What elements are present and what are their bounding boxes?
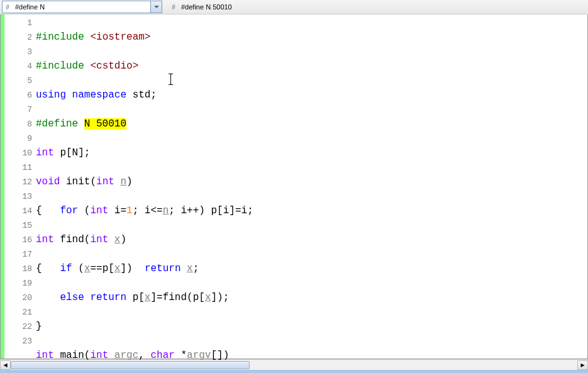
definition-field: # #define N 50010 (166, 1, 237, 13)
scrollbar-track[interactable] (11, 360, 577, 370)
line-number-gutter: 1234567891011121314151617181920212223 (4, 14, 36, 359)
editor: 1234567891011121314151617181920212223 #i… (0, 14, 588, 359)
scope-dropdown[interactable]: # #define N (2, 1, 162, 13)
definition-text: #define N 50010 (179, 3, 235, 11)
toolbar: # #define N # #define N 50010 (0, 0, 588, 14)
scope-dropdown-text: #define N (13, 3, 47, 11)
define-icon: # (3, 2, 13, 12)
highlighted-match: N 50010 (84, 118, 126, 130)
horizontal-scrollbar[interactable]: ◂ ▸ (0, 359, 588, 370)
text-cursor (170, 74, 171, 85)
chevron-down-icon[interactable] (150, 1, 162, 13)
define-icon: # (169, 2, 179, 12)
code-area[interactable]: #include <iostream> #include <cstdio> us… (36, 14, 587, 359)
scroll-left-button[interactable]: ◂ (0, 360, 11, 370)
scrollbar-thumb[interactable] (11, 361, 250, 369)
